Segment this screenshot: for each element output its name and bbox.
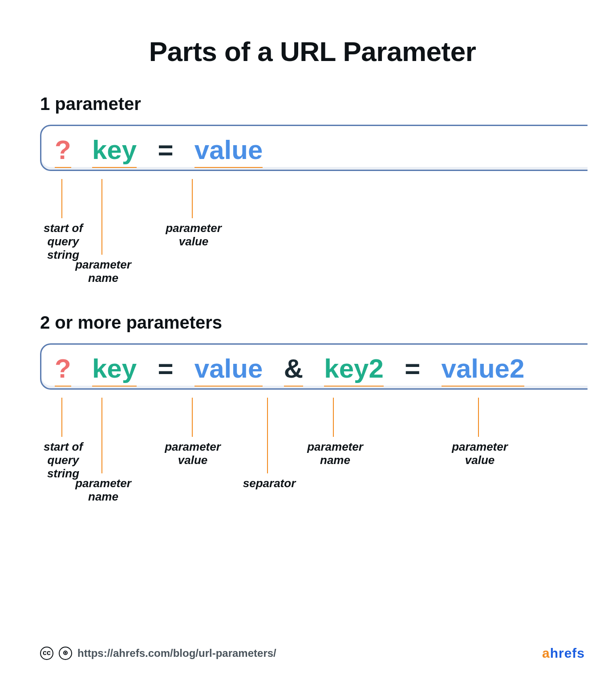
- section-2-heading: 2 or more parameters: [40, 313, 585, 333]
- label-parameter-name: parameter name: [68, 258, 139, 285]
- attribution-icon: [59, 647, 72, 660]
- label-separator: separator: [236, 477, 303, 490]
- label-parameter-name-2b: parameter name: [297, 440, 373, 467]
- token-value1: value: [195, 355, 263, 382]
- token-question-mark-2: ?: [55, 355, 71, 382]
- label-parameter-value-2a: parameter value: [155, 440, 231, 467]
- token-key: key: [92, 137, 137, 163]
- label-start-of-query-2: start of query string: [36, 440, 90, 480]
- label-parameter-name-2a: parameter name: [68, 477, 139, 504]
- footer: cc https://ahrefs.com/blog/url-parameter…: [40, 646, 585, 661]
- url-box-2: ? key = value & key2 = value2: [40, 343, 588, 390]
- label-parameter-value: parameter value: [156, 222, 231, 248]
- token-equals-2b: =: [405, 355, 420, 382]
- brand-logo: ahrefs: [542, 646, 585, 661]
- token-equals-2a: =: [158, 355, 173, 382]
- token-value: value: [195, 137, 263, 163]
- callouts-1: start of query string parameter name par…: [40, 179, 585, 295]
- label-parameter-value-2b: parameter value: [440, 440, 520, 467]
- cc-icon: cc: [40, 647, 53, 660]
- section-1-heading: 1 parameter: [40, 94, 585, 114]
- label-start-of-query: start of query string: [36, 222, 90, 262]
- token-key1: key: [92, 355, 137, 382]
- source-url: https://ahrefs.com/blog/url-parameters/: [77, 647, 276, 660]
- token-question-mark: ?: [55, 137, 71, 163]
- url-box-1: ? key = value: [40, 125, 588, 171]
- token-key2: key2: [324, 355, 383, 382]
- token-ampersand: &: [284, 355, 303, 382]
- callouts-2: start of query string parameter name par…: [40, 398, 585, 522]
- token-equals: =: [158, 137, 173, 163]
- token-value2: value2: [442, 355, 525, 382]
- page-title: Parts of a URL Parameter: [40, 36, 585, 67]
